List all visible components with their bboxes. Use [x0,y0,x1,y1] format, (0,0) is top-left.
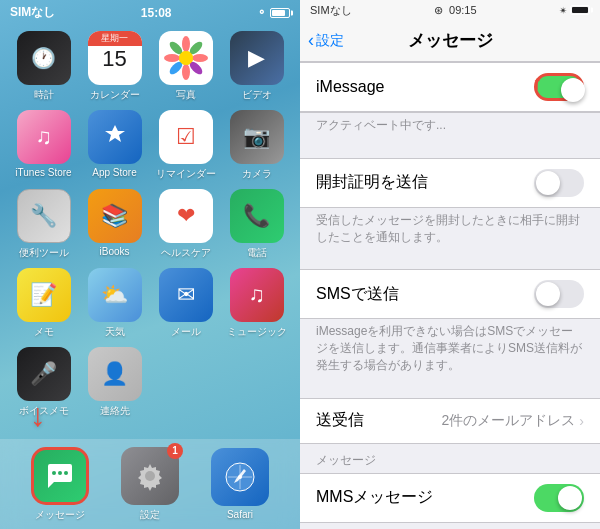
svg-point-2 [182,64,190,80]
status-center-right: ⊛ 09:15 [434,4,477,17]
svg-point-11 [58,471,62,475]
phone-icon: 📞 [230,189,284,243]
svg-point-3 [164,54,180,62]
itunes-icon: ♫ [17,110,71,164]
photos-icon [159,31,213,85]
calendar-label: カレンダー [90,88,140,102]
itunes-label: iTunes Store [15,167,71,178]
imessage-group: iMessage ↑ [300,62,600,113]
app-mail[interactable]: ✉ メール [154,268,217,339]
bluetooth-icon-right: ✴ [559,5,567,16]
toggle-knob-imessage [561,78,585,102]
messages-section-header: メッセージ [300,444,600,473]
mms-row[interactable]: MMSメッセージ [300,474,600,522]
app-contacts[interactable]: 👤 連絡先 [83,347,146,418]
back-button[interactable]: ‹ 設定 [308,30,344,51]
appstore-label: App Store [92,167,136,178]
clock-label: 時計 [34,88,54,102]
messages-icon [31,447,89,505]
app-phone[interactable]: 📞 電話 [225,189,288,260]
settings-content: iMessage ↑ アクティベート中です... 開封証明を送信 受信したメッセ… [300,62,600,529]
status-bar-right: SIMなし ⊛ 09:15 ✴ [300,0,600,20]
svg-point-18 [238,475,242,479]
imessage-description: アクティベート中です... [300,113,600,142]
nav-title: メッセージ [408,29,493,52]
app-video[interactable]: ▶ ビデオ [225,31,288,102]
dock-messages[interactable]: メッセージ [31,447,89,522]
clock-icon: 🕐 [17,31,71,85]
app-music[interactable]: ♫ ミュージック [225,268,288,339]
camera-label: カメラ [242,167,272,181]
status-icons-left: ⚬ [257,6,290,19]
music-icon: ♫ [230,268,284,322]
settings-panel: SIMなし ⊛ 09:15 ✴ ‹ 設定 メッセージ iMessage [300,0,600,529]
carrier-right: SIMなし [310,3,352,18]
chevron-icon: › [579,413,584,429]
send-receive-value: 2件のメールアドレス › [442,412,584,430]
app-clock[interactable]: 🕐 時計 [12,31,75,102]
ibooks-icon: 📚 [88,189,142,243]
time-right: 09:15 [449,4,477,16]
imessage-row[interactable]: iMessage [300,63,600,112]
dock: メッセージ 1 設定 [0,439,300,529]
send-receive-count: 2件のメールアドレス [442,412,576,430]
mms-toggle[interactable] [534,484,584,512]
battery-icon-right [570,5,590,15]
status-bar-left: SIMなし 15:08 ⚬ [0,0,300,25]
phone-label: 電話 [247,246,267,260]
video-icon: ▶ [230,31,284,85]
appstore-icon [88,110,142,164]
dock-settings[interactable]: 1 設定 [121,447,179,522]
read-receipt-group: 開封証明を送信 [300,158,600,208]
app-reminders[interactable]: ☑ リマインダー [154,110,217,181]
toggle-knob-receipt [536,171,560,195]
back-chevron: ‹ [308,30,314,51]
dock-safari[interactable]: Safari [211,448,269,520]
sms-row[interactable]: SMSで送信 [300,270,600,318]
arrow-indicator-toggle: ↑ [532,71,542,94]
mail-icon: ✉ [159,268,213,322]
calendar-day: 15 [102,48,126,70]
wifi-icon: ⊛ [434,4,443,17]
contacts-icon: 👤 [88,347,142,401]
app-appstore[interactable]: App Store [83,110,146,181]
reminders-label: リマインダー [156,167,216,181]
toggle-knob-sms [536,282,560,306]
app-grid: 🕐 時計 星期一 15 カレンダー [0,25,300,424]
send-receive-row[interactable]: 送受信 2件のメールアドレス › [300,399,600,443]
mail-label: メール [171,325,201,339]
contacts-label: 連絡先 [100,404,130,418]
svg-point-1 [182,36,190,52]
app-tools[interactable]: 🔧 便利ツール [12,189,75,260]
status-icons-right: ✴ [559,5,590,16]
toggle-knob-mms [558,486,582,510]
settings-badge: 1 [167,443,183,459]
sms-description: iMessageを利用できない場合はSMSでメッセージを送信します。通信事業者に… [300,319,600,381]
app-camera[interactable]: 📷 カメラ [225,110,288,181]
video-label: ビデオ [242,88,272,102]
svg-point-12 [64,471,68,475]
app-memo[interactable]: 📝 メモ [12,268,75,339]
app-health[interactable]: ❤ ヘルスケア [154,189,217,260]
read-receipt-toggle[interactable] [534,169,584,197]
sms-label: SMSで送信 [316,284,399,305]
memo-label: メモ [34,325,54,339]
app-weather[interactable]: ⛅ 天気 [83,268,146,339]
app-calendar[interactable]: 星期一 15 カレンダー [83,31,146,102]
mms-label: MMSメッセージ [316,487,433,508]
app-photos[interactable]: 写真 [154,31,217,102]
weather-icon: ⛅ [88,268,142,322]
sms-toggle[interactable] [534,280,584,308]
app-itunes[interactable]: ♫ iTunes Store [12,110,75,181]
mms-group: MMSメッセージ [300,473,600,523]
camera-icon: 📷 [230,110,284,164]
app-ibooks[interactable]: 📚 iBooks [83,189,146,260]
calendar-weekday: 星期一 [88,31,142,46]
arrow-indicator: ↓ [30,397,46,434]
read-receipt-description: 受信したメッセージを開封したときに相手に開封したことを通知します。 [300,208,600,254]
memo-icon: 📝 [17,268,71,322]
imessage-label: iMessage [316,78,384,96]
nav-bar: ‹ 設定 メッセージ [300,20,600,62]
send-receive-label: 送受信 [316,410,364,431]
read-receipt-row[interactable]: 開封証明を送信 [300,159,600,207]
